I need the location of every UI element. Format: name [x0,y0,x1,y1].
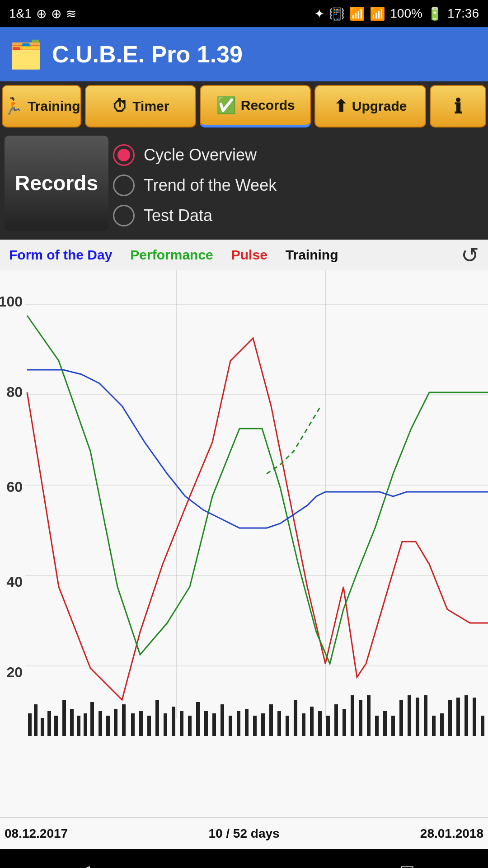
radio-trend[interactable]: Trend of the Week [113,175,483,196]
tab-timer[interactable]: ⏱ Timer [85,85,196,127]
svg-rect-19 [70,709,74,736]
legend-form: Form of the Day [9,247,112,263]
carrier-label: 1&1 [9,6,32,21]
chart-area: 100 80 60 40 20 [0,270,488,817]
svg-rect-45 [277,711,281,736]
svg-rect-46 [286,716,289,736]
app-icon: 🗂️ [9,38,43,71]
svg-rect-18 [62,700,66,736]
svg-rect-54 [351,695,354,736]
home-button[interactable]: ○ [239,860,252,868]
status-bar: 1&1 ⊕ ⊕ ≋ ✦ 📳 📶 📶 100% 🔋 17:36 [0,0,488,27]
legend-pulse: Pulse [231,247,267,263]
svg-rect-70 [481,716,484,736]
svg-rect-20 [77,716,80,736]
vibrate-icon: 📳 [329,6,345,21]
tab-records-label: Records [241,98,295,113]
svg-rect-48 [302,713,305,736]
svg-rect-14 [34,704,38,736]
nav-tabs: 🏃 Training ⏱ Timer ✅ Records ⬆ Upgrade ℹ [0,81,488,131]
usb2-icon: ⊕ [51,6,61,21]
refresh-button[interactable]: ↺ [461,242,479,268]
usb-icon: ⊕ [36,6,47,21]
wifi-signal-icon: 📶 [349,6,365,21]
legend-training: Training [286,247,338,263]
app-title: C.U.B.E. Pro 1.39 [52,41,243,68]
svg-rect-53 [343,709,346,736]
svg-rect-67 [456,698,460,736]
svg-rect-17 [54,716,58,736]
radio-circle-cycle [113,144,135,166]
tab-records[interactable]: ✅ Records [200,85,311,127]
svg-rect-35 [196,702,200,736]
svg-rect-69 [473,698,476,736]
svg-rect-29 [147,716,151,736]
svg-rect-63 [424,695,427,736]
tab-upgrade-label: Upgrade [352,99,407,114]
svg-rect-28 [139,711,143,736]
app-header: 🗂️ C.U.B.E. Pro 1.39 [0,27,488,81]
radio-cycle-label: Cycle Overview [144,146,257,165]
svg-text:80: 80 [6,384,23,400]
time-label: 17:36 [447,6,479,21]
records-box: Records [5,136,108,231]
svg-rect-43 [261,713,265,736]
svg-rect-60 [399,700,403,736]
date-end: 28.01.2018 [420,826,483,841]
menu-button[interactable]: □ [401,860,413,868]
svg-rect-44 [269,704,273,736]
svg-rect-56 [367,695,371,736]
svg-text:40: 40 [6,574,23,590]
legend-bar: Form of the Day Performance Pulse Traini… [0,240,488,270]
svg-rect-22 [90,702,94,736]
tab-upgrade[interactable]: ⬆ Upgrade [314,85,426,127]
radio-options: Cycle Overview Trend of the Week Test Da… [113,136,483,235]
status-left: 1&1 ⊕ ⊕ ≋ [9,6,76,21]
svg-rect-42 [253,716,257,736]
svg-rect-49 [310,707,314,736]
svg-rect-27 [131,713,135,736]
svg-text:20: 20 [6,664,23,680]
svg-rect-51 [326,716,330,736]
tab-timer-label: Timer [132,99,169,114]
radio-dot-cycle [117,149,130,161]
svg-text:100: 100 [0,293,23,310]
chart-svg: 100 80 60 40 20 [0,270,488,817]
svg-rect-47 [294,700,297,736]
battery-icon: 🔋 [427,6,443,21]
bluetooth-icon: ✦ [314,6,324,21]
records-box-label: Records [15,171,98,195]
svg-rect-13 [28,713,32,736]
svg-rect-31 [164,713,167,736]
upgrade-icon: ⬆ [334,97,347,116]
wifi-icon: ≋ [66,6,76,21]
back-button[interactable]: ◁ [75,860,90,868]
radio-circle-test [113,205,135,226]
tab-training[interactable]: 🏃 Training [2,85,81,127]
svg-text:60: 60 [6,479,23,495]
radio-trend-label: Trend of the Week [144,176,277,195]
svg-rect-38 [221,704,224,736]
svg-rect-26 [122,704,126,736]
svg-rect-16 [47,711,51,736]
radio-cycle[interactable]: Cycle Overview [113,144,483,166]
svg-rect-32 [172,707,175,736]
svg-rect-37 [212,713,216,736]
svg-rect-64 [432,716,436,736]
svg-rect-24 [106,716,110,736]
svg-rect-62 [416,698,419,736]
svg-rect-59 [391,716,395,736]
battery-label: 100% [390,6,422,21]
svg-rect-58 [383,711,387,736]
svg-rect-65 [440,713,444,736]
legend-performance: Performance [130,247,213,263]
content-area: Records Cycle Overview Trend of the Week… [0,131,488,240]
tab-info[interactable]: ℹ [430,85,486,127]
svg-rect-68 [465,695,468,736]
radio-test-label: Test Data [144,206,212,225]
svg-rect-36 [204,711,208,736]
svg-rect-33 [180,711,183,736]
timer-icon: ⏱ [112,97,128,116]
radio-test[interactable]: Test Data [113,205,483,226]
signal-bars-icon: 📶 [370,6,385,21]
